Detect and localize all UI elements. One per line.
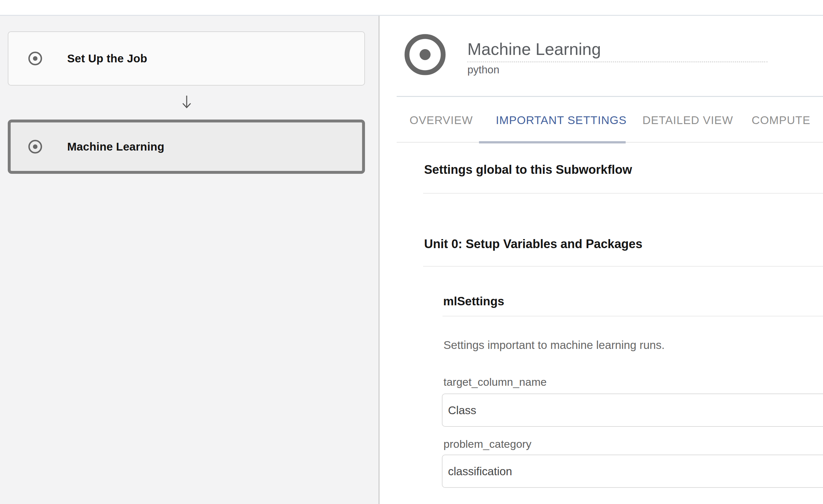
- tab-overview[interactable]: OVERVIEW: [409, 113, 473, 127]
- subtitle-language: python: [467, 64, 499, 76]
- divider: [423, 266, 823, 267]
- node-label: Machine Learning: [67, 120, 293, 174]
- divider: [397, 96, 823, 97]
- tab-compute[interactable]: COMPUTE: [752, 113, 810, 127]
- radio-icon: [28, 140, 42, 154]
- card-description: Settings important to machine learning r…: [444, 338, 665, 352]
- field-label-problem-category: problem_category: [444, 437, 531, 451]
- top-bar: [0, 0, 823, 16]
- settings-card-title: mlSettings: [443, 294, 504, 309]
- field-label-target-column-name: target_column_name: [444, 375, 546, 389]
- problem-category-input[interactable]: [442, 455, 823, 488]
- section-heading-unit: Unit 0: Setup Variables and Packages: [424, 237, 642, 251]
- divider: [423, 193, 823, 194]
- radio-icon: [28, 51, 42, 65]
- detail-panel: [380, 16, 823, 504]
- app-window: Set Up the Job Machine Learning Machine …: [0, 0, 823, 504]
- arrow-down-icon: [180, 94, 194, 110]
- tab-important-settings[interactable]: IMPORTANT SETTINGS: [496, 113, 627, 127]
- target-column-name-input[interactable]: [442, 393, 823, 427]
- divider: [443, 316, 823, 317]
- active-tab-indicator: [479, 141, 626, 143]
- workflow-panel: [0, 16, 379, 504]
- section-heading-global: Settings global to this Subworkflow: [424, 163, 632, 177]
- target-circle-icon: [404, 33, 446, 76]
- title-underline: [467, 54, 768, 62]
- tab-detailed-view[interactable]: DETAILED VIEW: [642, 113, 733, 127]
- node-label: Set Up the Job: [67, 31, 293, 86]
